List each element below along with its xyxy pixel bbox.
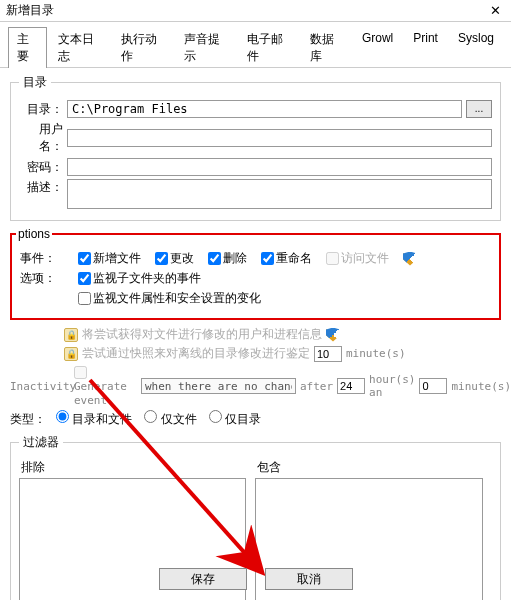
tab-textlog[interactable]: 文本日志	[49, 27, 110, 68]
snapshot-minutes-input[interactable]	[314, 346, 342, 362]
cb-delete[interactable]	[208, 252, 221, 265]
close-icon[interactable]: ✕	[486, 3, 505, 18]
min2-suffix: minute(s)	[451, 380, 511, 393]
cb-delete-label[interactable]: 删除	[208, 250, 247, 267]
browse-button[interactable]: ...	[466, 100, 492, 118]
include-label: 包含	[257, 459, 482, 476]
dir-input[interactable]	[67, 100, 462, 118]
cb-new[interactable]	[78, 252, 91, 265]
radio-files[interactable]	[144, 410, 157, 423]
radio-files-label[interactable]: 仅文件	[144, 410, 196, 428]
tab-main[interactable]: 主要	[8, 27, 47, 68]
user-input[interactable]	[67, 129, 492, 147]
cb-rename[interactable]	[261, 252, 274, 265]
lock-text-2: 尝试通过快照来对离线的目录修改进行鉴定	[82, 345, 310, 362]
desc-input[interactable]	[67, 179, 492, 209]
cancel-button[interactable]: 取消	[265, 568, 353, 590]
tab-email[interactable]: 电子邮件	[238, 27, 299, 68]
shield-icon	[326, 328, 340, 342]
lock-row-1: 🔒 将尝试获得对文件进行修改的用户和进程信息	[64, 326, 501, 343]
directory-legend: 目录	[19, 74, 51, 91]
cb-new-label[interactable]: 新增文件	[78, 250, 141, 267]
cb-generate-label: Generate event	[74, 365, 127, 407]
cb-subfolders[interactable]	[78, 272, 91, 285]
tab-print[interactable]: Print	[404, 27, 447, 68]
cb-attrs-label[interactable]: 监视文件属性和安全设置的变化	[78, 290, 261, 307]
pwd-label: 密码：	[19, 159, 63, 176]
after-label: after	[300, 380, 333, 393]
cb-subfolders-label[interactable]: 监视子文件夹的事件	[78, 270, 201, 287]
cb-access	[326, 252, 339, 265]
hours-input[interactable]	[337, 378, 365, 394]
pwd-input[interactable]	[67, 158, 492, 176]
desc-label: 描述：	[19, 179, 63, 196]
user-label: 用户名：	[19, 121, 63, 155]
exclude-label: 排除	[21, 459, 246, 476]
lock-icon: 🔒	[64, 328, 78, 342]
cb-change[interactable]	[155, 252, 168, 265]
tab-bar: 主要 文本日志 执行动作 声音提示 电子邮件 数据库 Growl Print S…	[0, 22, 511, 68]
section-options: ptions 事件： 新增文件 更改 删除 重命名 访问文件 选项： 监视子文件…	[10, 227, 501, 320]
opts-label: 选项：	[20, 270, 58, 287]
lock-row-2: 🔒 尝试通过快照来对离线的目录修改进行鉴定 minute(s)	[64, 345, 501, 362]
tab-syslog[interactable]: Syslog	[449, 27, 503, 68]
min2-input[interactable]	[419, 378, 447, 394]
radio-dirs-label[interactable]: 仅目录	[209, 410, 261, 428]
radio-both[interactable]	[56, 410, 69, 423]
lock-icon: 🔒	[64, 347, 78, 361]
options-legend: ptions	[16, 227, 52, 241]
cb-generate	[74, 366, 87, 379]
lock-text-1: 将尝试获得对文件进行修改的用户和进程信息	[82, 326, 322, 343]
section-directory: 目录 目录： ... 用户名： 密码： 描述：	[10, 74, 501, 221]
save-button[interactable]: 保存	[159, 568, 247, 590]
window-title: 新增目录	[6, 2, 54, 19]
inactivity-select	[141, 378, 296, 394]
tab-database[interactable]: 数据库	[301, 27, 351, 68]
filters-legend: 过滤器	[19, 434, 63, 451]
tab-sound[interactable]: 声音提示	[175, 27, 236, 68]
inactivity-label: Inactivity	[10, 380, 70, 393]
radio-dirs[interactable]	[209, 410, 222, 423]
radio-both-label[interactable]: 目录和文件	[56, 410, 132, 428]
title-bar: 新增目录 ✕	[0, 0, 511, 22]
tab-actions[interactable]: 执行动作	[112, 27, 173, 68]
cb-access-label: 访问文件	[326, 250, 389, 267]
dir-label: 目录：	[19, 101, 63, 118]
events-label: 事件：	[20, 250, 58, 267]
hours-suffix: hour(s) an	[369, 373, 415, 399]
minutes-suffix: minute(s)	[346, 347, 406, 360]
type-label: 类型：	[10, 411, 54, 428]
tab-growl[interactable]: Growl	[353, 27, 402, 68]
shield-icon	[403, 252, 417, 266]
button-bar: 保存 取消	[0, 568, 511, 590]
cb-rename-label[interactable]: 重命名	[261, 250, 312, 267]
cb-attrs[interactable]	[78, 292, 91, 305]
cb-change-label[interactable]: 更改	[155, 250, 194, 267]
